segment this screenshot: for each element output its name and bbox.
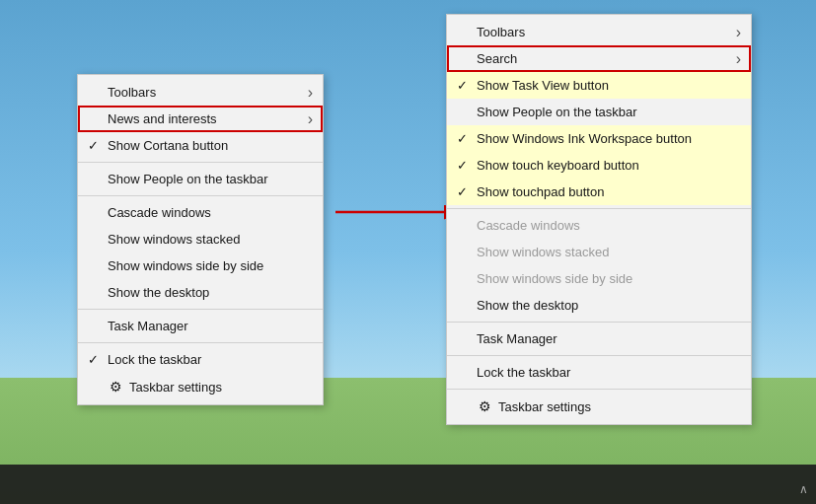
left-menu-show-sidebyside[interactable]: Show windows side by side — [78, 252, 323, 279]
left-settings-label: Taskbar settings — [129, 380, 222, 395]
right-ink-label: Show Windows Ink Workspace button — [477, 131, 692, 146]
taskbar — [0, 465, 816, 504]
right-menu-toolbars[interactable]: Toolbars — [447, 19, 751, 45]
right-menu-show-people[interactable]: Show People on the taskbar — [447, 99, 751, 125]
left-menu-show-desktop[interactable]: Show the desktop — [78, 279, 323, 306]
gear-icon-left: ⚙ — [108, 379, 123, 395]
right-touchpad-label: Show touchpad button — [477, 184, 604, 199]
left-menu-lock-taskbar[interactable]: Lock the taskbar — [78, 346, 323, 373]
right-menu-show-touchpad[interactable]: Show touchpad button — [447, 179, 751, 205]
right-menu-taskbar-settings[interactable]: ⚙ Taskbar settings — [447, 393, 751, 420]
left-desktop-label: Show the desktop — [108, 285, 209, 300]
left-menu-show-stacked[interactable]: Show windows stacked — [78, 226, 323, 252]
right-menu-show-ink[interactable]: Show Windows Ink Workspace button — [447, 125, 751, 152]
right-sep-4 — [447, 389, 751, 390]
left-menu-show-people[interactable]: Show People on the taskbar — [78, 166, 323, 192]
right-menu-lock-taskbar[interactable]: Lock the taskbar — [447, 359, 751, 386]
right-menu-show-sidebyside: Show windows side by side — [447, 265, 751, 292]
left-taskmgr-label: Task Manager — [108, 319, 188, 333]
right-search-label: Search — [477, 51, 517, 66]
right-sep-3 — [447, 355, 751, 356]
right-context-menu: Toolbars Search Show Task View button Sh… — [446, 14, 752, 425]
left-menu-news-interests[interactable]: News and interests — [78, 106, 323, 132]
right-menu-search[interactable]: Search — [447, 45, 751, 72]
left-cortana-label: Show Cortana button — [108, 138, 228, 153]
left-menu-task-manager[interactable]: Task Manager — [78, 313, 323, 339]
left-menu-toolbars[interactable]: Toolbars — [78, 79, 323, 106]
right-menu-show-taskview[interactable]: Show Task View button — [447, 72, 751, 99]
right-menu-cascade: Cascade windows — [447, 212, 751, 239]
right-menu-show-touchkb[interactable]: Show touch keyboard button — [447, 152, 751, 179]
right-sep-1 — [447, 208, 751, 209]
right-sep-2 — [447, 322, 751, 323]
left-menu-show-cortana[interactable]: Show Cortana button — [78, 132, 323, 159]
left-context-menu: Toolbars News and interests Show Cortana… — [77, 74, 324, 405]
right-sidebyside-label: Show windows side by side — [477, 271, 632, 286]
right-taskmgr-label: Task Manager — [477, 331, 557, 346]
left-sep-1 — [78, 162, 323, 163]
left-sidebyside-label: Show windows side by side — [108, 258, 263, 273]
left-menu-cascade[interactable]: Cascade windows — [78, 199, 323, 226]
left-toolbars-label: Toolbars — [108, 85, 156, 100]
right-desktop-label: Show the desktop — [477, 298, 578, 313]
left-cascade-label: Cascade windows — [108, 205, 211, 220]
right-lock-label: Lock the taskbar — [477, 365, 570, 380]
left-stacked-label: Show windows stacked — [108, 232, 240, 247]
right-menu-show-desktop[interactable]: Show the desktop — [447, 292, 751, 319]
right-settings-label: Taskbar settings — [498, 399, 591, 414]
right-touchkb-label: Show touch keyboard button — [477, 158, 639, 173]
taskbar-chevron: ∧ — [799, 482, 808, 496]
left-sep-2 — [78, 195, 323, 196]
right-taskview-label: Show Task View button — [477, 78, 609, 93]
left-news-label: News and interests — [108, 111, 217, 126]
left-people-label: Show People on the taskbar — [108, 172, 268, 186]
right-people-label: Show People on the taskbar — [477, 105, 637, 119]
left-sep-4 — [78, 342, 323, 343]
right-toolbars-label: Toolbars — [477, 25, 525, 39]
right-menu-task-manager[interactable]: Task Manager — [447, 325, 751, 352]
left-lock-label: Lock the taskbar — [108, 352, 201, 367]
left-menu-taskbar-settings[interactable]: ⚙ Taskbar settings — [78, 373, 323, 400]
right-cascade-label: Cascade windows — [477, 218, 580, 233]
gear-icon-right: ⚙ — [477, 398, 492, 414]
left-sep-3 — [78, 309, 323, 310]
right-menu-show-stacked: Show windows stacked — [447, 239, 751, 265]
right-stacked-label: Show windows stacked — [477, 245, 609, 259]
